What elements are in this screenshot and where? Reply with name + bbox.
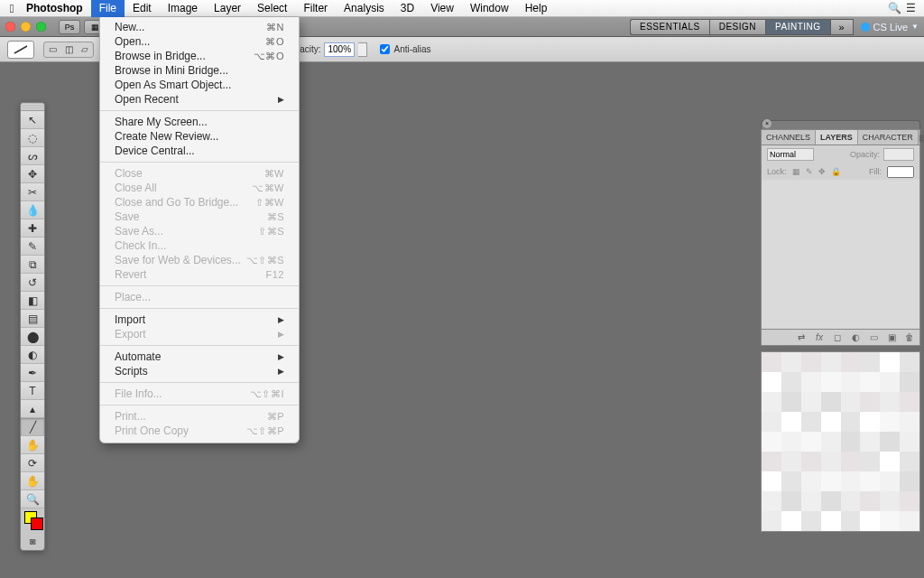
chevron-down-icon: ▼ — [911, 23, 919, 31]
lock-position-icon[interactable]: ✥ — [818, 167, 826, 176]
menu-file[interactable]: File — [91, 0, 125, 17]
palette-grip[interactable] — [21, 103, 44, 111]
tool-pen[interactable]: ✒ — [21, 364, 44, 382]
file-menu-item: Print One Copy⌥⇧⌘P — [100, 424, 299, 438]
lock-brush-icon[interactable]: ✎ — [806, 167, 813, 176]
tool-path-select[interactable]: ▴ — [21, 400, 44, 418]
workspace-design[interactable]: DESIGN — [709, 19, 765, 35]
tool-history-brush[interactable]: ↺ — [21, 274, 44, 292]
file-menu-item: Close and Go To Bridge...⇧⌘W — [100, 195, 299, 210]
group-icon[interactable]: ▭ — [867, 332, 880, 342]
fill-input[interactable] — [887, 166, 914, 178]
workspace-essentials[interactable]: ESSENTIALS — [630, 19, 709, 35]
tool-healing[interactable]: ✚ — [21, 219, 44, 238]
trash-icon[interactable]: 🗑 — [903, 332, 916, 342]
link-layers-icon[interactable]: ⇄ — [795, 332, 808, 342]
tool-type[interactable]: T — [21, 382, 44, 400]
tool-rotate-3d[interactable]: ⟳ — [21, 454, 44, 472]
antialias-checkbox[interactable] — [380, 44, 390, 54]
shape-mode-segment[interactable]: ▭◫▱ — [43, 42, 94, 58]
tool-hand-3d[interactable]: ✋ — [21, 436, 44, 454]
antialias-field: Anti-alias — [380, 44, 430, 54]
file-menu-item[interactable]: Browse in Mini Bridge... — [100, 63, 299, 78]
lock-all-icon[interactable]: 🔒 — [831, 167, 841, 176]
cs-live-button[interactable]: CS Live ▼ — [861, 22, 919, 33]
panel-tabs: CHANNELS LAYERS CHARACTER ▤ — [761, 129, 920, 145]
layers-list[interactable] — [761, 180, 920, 330]
tool-quick-select[interactable]: ✥ — [21, 165, 44, 183]
tool-brush[interactable]: ✎ — [21, 238, 44, 256]
tab-character[interactable]: CHARACTER — [858, 130, 919, 144]
apple-menu-icon[interactable]:  — [5, 2, 18, 15]
file-menu-item: Save⌘S — [100, 210, 299, 224]
file-menu-item[interactable]: Automate▶ — [100, 350, 299, 364]
minimize-window-button[interactable] — [21, 22, 31, 32]
menu-image[interactable]: Image — [160, 0, 206, 17]
spotlight-icon[interactable]: 🔍 — [886, 2, 902, 14]
new-layer-icon[interactable]: ▣ — [885, 332, 898, 342]
tool-lasso[interactable]: ᔕ — [21, 147, 44, 165]
menu-select[interactable]: Select — [249, 0, 295, 17]
file-menu-item[interactable]: Import▶ — [100, 312, 299, 327]
menu-help[interactable]: Help — [517, 0, 556, 17]
current-tool-preset[interactable] — [7, 41, 34, 59]
file-menu-item[interactable]: Open As Smart Object... — [100, 78, 299, 92]
file-menu-item[interactable]: Open Recent▶ — [100, 92, 299, 107]
menu-analysis[interactable]: Analysis — [336, 0, 393, 17]
tool-blur[interactable]: ⬤ — [21, 328, 44, 346]
opacity-stepper[interactable] — [358, 42, 367, 57]
ps-home-button[interactable]: Ps — [59, 20, 80, 34]
workspace-painting[interactable]: PAINTING — [765, 19, 829, 35]
layers-panel: × CHANNELS LAYERS CHARACTER ▤ Opacity: L… — [761, 120, 920, 532]
tab-layers[interactable]: LAYERS — [816, 130, 858, 144]
blend-mode-select[interactable] — [767, 148, 814, 161]
opacity-input[interactable] — [324, 42, 355, 57]
fx-icon[interactable]: fx — [813, 332, 826, 342]
file-menu-item: Close All⌥⌘W — [100, 181, 299, 195]
menu-window[interactable]: Window — [462, 0, 517, 17]
tool-line[interactable]: ╱ — [21, 418, 44, 436]
panel-close-icon[interactable]: × — [762, 119, 772, 128]
layers-footer: ⇄ fx ◻ ◐ ▭ ▣ 🗑 — [761, 330, 920, 346]
adjustment-icon[interactable]: ◐ — [849, 332, 862, 342]
file-menu-item[interactable]: Device Central... — [100, 144, 299, 158]
tab-channels[interactable]: CHANNELS — [762, 130, 816, 144]
tool-move[interactable]: ↖ — [21, 111, 44, 129]
workspace-more-button[interactable]: » — [830, 19, 854, 35]
tool-eraser[interactable]: ◧ — [21, 292, 44, 310]
file-menu-item[interactable]: Browse in Bridge...⌥⌘O — [100, 49, 299, 63]
tool-crop[interactable]: ✂ — [21, 183, 44, 201]
app-name-menu[interactable]: Photoshop — [18, 0, 91, 17]
menu-view[interactable]: View — [422, 0, 462, 17]
panel-menu-icon[interactable]: ▤ — [919, 130, 924, 144]
file-menu-item[interactable]: Share My Screen... — [100, 115, 299, 129]
lock-pixels-icon[interactable]: ▦ — [792, 167, 800, 176]
layer-opacity-input[interactable] — [883, 148, 914, 161]
panel-titlebar[interactable]: × — [761, 120, 920, 129]
mask-icon[interactable]: ◻ — [831, 332, 844, 342]
tool-gradient[interactable]: ▤ — [21, 310, 44, 328]
file-menu-item: File Info...⌥⇧⌘I — [100, 387, 299, 401]
tool-zoom[interactable]: 🔍 — [21, 490, 44, 508]
tool-stamp[interactable]: ⧉ — [21, 256, 44, 274]
tool-eyedropper[interactable]: 💧 — [21, 201, 44, 219]
tool-marquee[interactable]: ◌ — [21, 129, 44, 147]
file-menu-item[interactable]: New...⌘N — [100, 20, 299, 34]
window-controls — [5, 22, 46, 32]
zoom-window-button[interactable] — [36, 22, 46, 32]
color-swatches[interactable] — [21, 508, 44, 532]
file-menu-item[interactable]: Create New Review... — [100, 129, 299, 144]
menu-3d[interactable]: 3D — [393, 0, 422, 17]
close-window-button[interactable] — [5, 22, 15, 32]
file-menu-item: RevertF12 — [100, 267, 299, 282]
file-menu-item[interactable]: Open...⌘O — [100, 34, 299, 49]
menu-extras-icon[interactable]: ☰ — [902, 2, 919, 14]
menu-edit[interactable]: Edit — [125, 0, 160, 17]
file-menu-item[interactable]: Scripts▶ — [100, 364, 299, 378]
menu-filter[interactable]: Filter — [295, 0, 336, 17]
menu-layer[interactable]: Layer — [206, 0, 249, 17]
background-swatch[interactable] — [31, 517, 43, 530]
tool-dodge[interactable]: ◐ — [21, 346, 44, 364]
tool-hand[interactable]: ✋ — [21, 472, 44, 490]
quick-mask-button[interactable]: ◙ — [21, 532, 44, 550]
